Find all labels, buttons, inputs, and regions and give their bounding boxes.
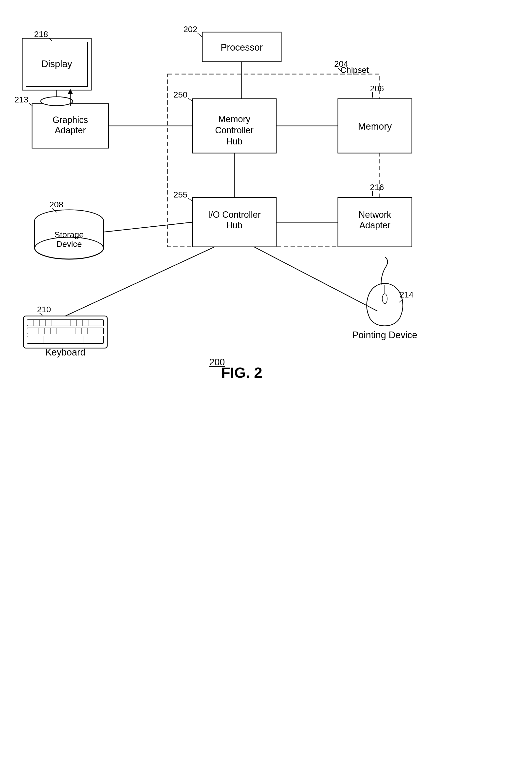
svg-text:Processor: Processor [220, 42, 263, 53]
svg-text:Display: Display [41, 59, 72, 69]
svg-text:Memory: Memory [358, 121, 392, 131]
svg-rect-0 [202, 32, 281, 62]
svg-line-80 [39, 313, 43, 316]
svg-text:Device: Device [56, 239, 82, 249]
svg-text:213: 213 [14, 95, 28, 104]
svg-text:250: 250 [173, 90, 187, 99]
svg-line-96 [65, 247, 215, 316]
svg-text:210: 210 [37, 305, 51, 314]
svg-text:216: 216 [370, 182, 384, 192]
svg-text:218: 218 [34, 29, 48, 39]
svg-text:Hub: Hub [226, 220, 242, 230]
svg-marker-93 [68, 89, 73, 94]
svg-line-32 [29, 103, 33, 106]
svg-text:206: 206 [370, 84, 384, 93]
svg-rect-28 [32, 104, 109, 148]
svg-text:I/O Controller: I/O Controller [208, 210, 261, 220]
svg-rect-23 [338, 198, 412, 247]
svg-text:Controller: Controller [215, 125, 254, 135]
svg-point-48 [41, 97, 73, 106]
svg-rect-55 [27, 336, 104, 343]
svg-text:Hub: Hub [226, 136, 242, 146]
svg-text:FIG. 2: FIG. 2 [221, 364, 262, 381]
svg-text:Adapter: Adapter [359, 220, 390, 230]
svg-text:Chipset: Chipset [340, 65, 369, 74]
svg-rect-53 [27, 320, 104, 326]
svg-rect-4 [168, 74, 380, 247]
svg-rect-8 [192, 99, 276, 153]
svg-rect-52 [23, 316, 107, 348]
svg-line-13 [188, 98, 193, 101]
svg-rect-14 [338, 99, 412, 153]
svg-text:Graphics: Graphics [53, 115, 88, 125]
svg-point-38 [35, 237, 103, 259]
svg-rect-18 [192, 198, 276, 247]
svg-point-33 [35, 210, 104, 232]
svg-text:255: 255 [173, 190, 187, 199]
svg-text:Network: Network [359, 210, 391, 220]
svg-text:200: 200 [209, 357, 225, 367]
svg-text:214: 214 [400, 290, 414, 299]
diagram-svg: Processor 202 Chipset 204 Memory Control… [0, 0, 532, 768]
svg-rect-54 [27, 328, 104, 334]
svg-text:202: 202 [183, 24, 197, 34]
svg-rect-46 [26, 42, 88, 86]
svg-text:Memory: Memory [218, 114, 250, 124]
svg-line-44 [52, 208, 57, 212]
svg-point-82 [382, 294, 387, 304]
svg-text:Keyboard: Keyboard [45, 347, 86, 357]
svg-line-7 [338, 68, 343, 73]
svg-line-97 [254, 247, 377, 311]
svg-line-95 [104, 222, 192, 232]
svg-line-51 [49, 38, 52, 41]
svg-rect-45 [22, 38, 91, 90]
svg-rect-37 [35, 221, 103, 248]
svg-line-3 [197, 33, 202, 37]
svg-line-22 [188, 198, 193, 201]
svg-text:Adapter: Adapter [55, 125, 86, 135]
svg-text:208: 208 [49, 200, 63, 209]
svg-point-36 [35, 237, 104, 259]
svg-text:Pointing Device: Pointing Device [352, 330, 417, 340]
svg-text:Storage: Storage [54, 230, 84, 239]
svg-line-85 [399, 299, 403, 302]
svg-text:204: 204 [334, 59, 348, 68]
diagram-container: Processor 202 Chipset 204 Memory Control… [0, 0, 532, 768]
